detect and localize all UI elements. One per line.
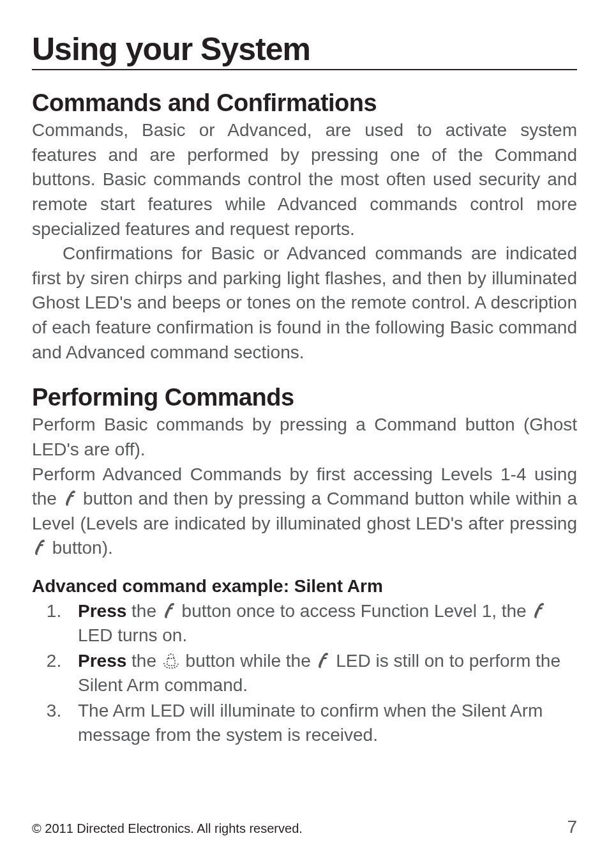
step1-press: Press [78,601,126,621]
f-icon [531,599,546,621]
step2-a: the [126,651,161,671]
step-2: Press the button while the LED is still … [66,649,577,697]
heading-performing-commands: Performing Commands [32,384,577,411]
para2-text-c: button). [47,538,113,558]
step2-press: Press [78,651,126,671]
step1-c: LED turns on. [78,625,187,645]
f-icon [32,536,47,558]
step1-a: the [126,601,161,621]
f-icon [315,649,331,671]
step-1: Press the button once to access Function… [66,599,577,648]
page-container: Using your System Commands and Confirmat… [0,0,609,868]
para-performing-2: Perform Advanced Commands by first acces… [32,462,577,561]
steps-list: Press the button once to access Function… [32,599,577,747]
page-title: Using your System [32,31,577,70]
para-commands-1: Commands, Basic or Advanced, are used to… [32,118,577,241]
step-3: The Arm LED will illuminate to confirm w… [66,699,577,747]
para2-text-b: button and then by pressing a Command bu… [32,489,577,533]
step1-b: button once to access Function Level 1, … [177,601,532,621]
svg-rect-0 [167,659,175,666]
para-performing-1: Perform Basic commands by pressing a Com… [32,413,577,462]
lock-icon [162,650,181,671]
f-icon [63,487,78,508]
para-commands-2: Confirmations for Basic or Advanced comm… [32,241,577,365]
heading-example: Advanced command example: Silent Arm [32,576,577,597]
step2-b: button while the [181,651,316,671]
page-number: 7 [567,817,577,837]
f-icon [162,599,177,621]
copyright: © 2011 Directed Electronics. All rights … [32,821,303,836]
footer: © 2011 Directed Electronics. All rights … [32,817,577,837]
heading-commands-confirmations: Commands and Confirmations [32,89,577,117]
